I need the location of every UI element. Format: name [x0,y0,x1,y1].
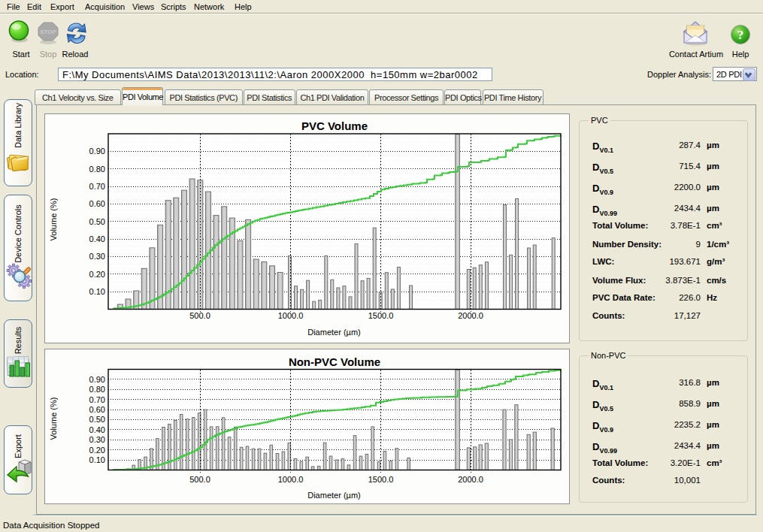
svg-text:1000.0: 1000.0 [278,311,304,320]
svg-text:0.90: 0.90 [89,147,105,156]
svg-text:0.90: 0.90 [89,375,105,384]
svg-text:1500.0: 1500.0 [368,475,394,484]
svg-text:1500.0: 1500.0 [368,311,394,320]
svg-text:0.50: 0.50 [89,415,105,424]
svg-text:0.60: 0.60 [89,199,105,208]
svg-text:1000.0: 1000.0 [278,475,304,484]
svg-text:0.40: 0.40 [89,234,105,243]
svg-text:500.0: 500.0 [189,475,210,484]
svg-text:0.80: 0.80 [89,165,105,174]
svg-text:Volume (%): Volume (%) [49,198,58,241]
svg-text:Volume (%): Volume (%) [49,397,58,440]
svg-text:0.20: 0.20 [89,270,105,279]
svg-text:0.40: 0.40 [89,425,105,434]
svg-text:Diameter (µm): Diameter (µm) [307,328,361,337]
svg-text:Non-PVC Volume: Non-PVC Volume [289,355,380,368]
svg-text:2000.0: 2000.0 [458,475,483,484]
svg-text:0.10: 0.10 [89,287,105,296]
svg-text:0.20: 0.20 [89,446,105,455]
svg-text:0.80: 0.80 [89,385,105,394]
svg-text:500.0: 500.0 [189,311,210,320]
svg-text:Diameter (µm): Diameter (µm) [307,491,361,500]
svg-text:0.60: 0.60 [89,405,105,414]
svg-text:0.70: 0.70 [89,182,105,191]
svg-text:0.30: 0.30 [89,435,105,444]
svg-text:0.50: 0.50 [89,217,105,226]
svg-text:PVC Volume: PVC Volume [301,119,368,132]
svg-text:0.10: 0.10 [89,455,105,464]
svg-text:2000.0: 2000.0 [458,311,483,320]
svg-text:0.70: 0.70 [89,395,105,404]
svg-text:0.30: 0.30 [89,252,105,261]
